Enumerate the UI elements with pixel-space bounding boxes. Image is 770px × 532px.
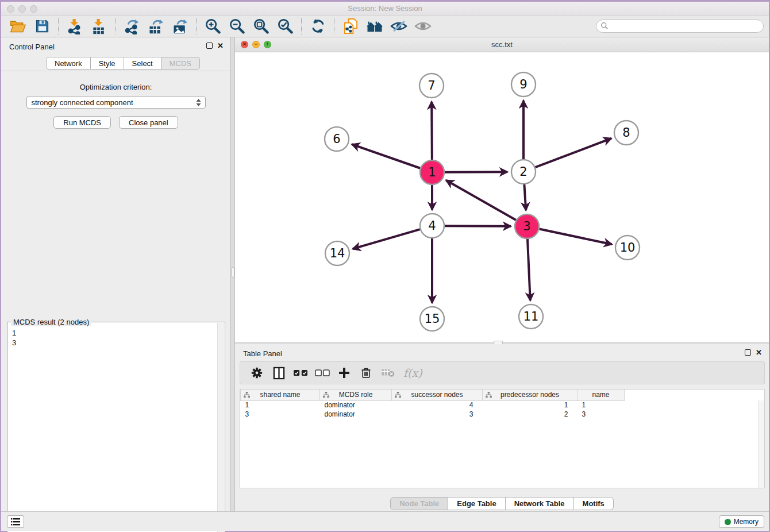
graph-node-11[interactable]: 11 bbox=[519, 304, 543, 329]
tab-edge-table[interactable]: Edge Table bbox=[448, 497, 505, 510]
graph-edge-4-3[interactable] bbox=[445, 226, 511, 226]
float-panel-icon[interactable] bbox=[745, 349, 751, 356]
table-panel-header: Table Panel ✕ bbox=[235, 344, 769, 363]
tab-node-table[interactable]: Node Table bbox=[390, 497, 448, 510]
graph-edge-3-1[interactable] bbox=[446, 180, 516, 220]
tab-network[interactable]: Network bbox=[46, 57, 91, 70]
mcds-panel: Optimization criterion: strongly connect… bbox=[1, 71, 230, 513]
close-panel-icon[interactable]: ✕ bbox=[217, 43, 224, 49]
open-session-icon[interactable] bbox=[9, 18, 26, 35]
zoom-fit-icon[interactable] bbox=[252, 18, 270, 35]
criterion-select[interactable]: strongly connected component bbox=[26, 96, 206, 109]
graph-node-4[interactable]: 4 bbox=[420, 214, 444, 238]
table-row[interactable]: 1dominator411 bbox=[241, 400, 625, 410]
result-scrollbar[interactable] bbox=[217, 323, 224, 532]
delete-table-icon[interactable] bbox=[379, 364, 396, 381]
mcds-result-text[interactable]: 13 bbox=[7, 325, 217, 532]
home-layout-icon[interactable] bbox=[366, 18, 383, 35]
save-session-icon[interactable] bbox=[33, 18, 51, 35]
tab-mcds[interactable]: MCDS bbox=[161, 57, 200, 70]
graph-node-7[interactable]: 7 bbox=[419, 74, 444, 98]
graph-node-6[interactable]: 6 bbox=[325, 127, 349, 151]
close-panel-icon[interactable]: ✕ bbox=[756, 349, 762, 356]
svg-text:9: 9 bbox=[519, 78, 527, 91]
zoom-out-icon[interactable] bbox=[228, 18, 245, 35]
tab-network-table[interactable]: Network Table bbox=[506, 497, 574, 510]
column-header-predecessor-nodes[interactable]: predecessor nodes bbox=[483, 390, 578, 400]
main-toolbar bbox=[1, 16, 769, 37]
add-column-icon[interactable] bbox=[336, 364, 353, 381]
import-table-icon[interactable] bbox=[90, 18, 107, 35]
graph-edge-1-6[interactable] bbox=[352, 144, 420, 168]
table-tabs: Node TableEdge TableNetwork TableMotifs bbox=[235, 497, 769, 510]
graph-edge-3-11[interactable] bbox=[528, 239, 530, 300]
graph-node-8[interactable]: 8 bbox=[614, 121, 638, 145]
memory-button[interactable]: Memory bbox=[719, 515, 764, 528]
svg-text:11: 11 bbox=[523, 310, 539, 323]
table-cell[interactable]: dominator bbox=[320, 410, 392, 419]
table-cell[interactable]: 3 bbox=[392, 410, 483, 419]
control-panel: Control Panel ✕ NetworkStyleSelectMCDS O… bbox=[1, 37, 231, 513]
graph-edge-2-3[interactable] bbox=[524, 184, 526, 210]
graph-edge-4-14[interactable] bbox=[353, 229, 420, 249]
graph-node-15[interactable]: 15 bbox=[420, 307, 444, 331]
import-network-icon[interactable] bbox=[66, 18, 83, 35]
table-panel-title: Table Panel bbox=[243, 349, 282, 358]
delete-column-icon[interactable] bbox=[357, 364, 375, 381]
search-input[interactable] bbox=[596, 20, 764, 33]
network-canvas[interactable]: 7968124314101511 bbox=[235, 52, 769, 342]
table-cell[interactable]: 1 bbox=[241, 400, 320, 410]
column-header-name[interactable]: name bbox=[578, 390, 625, 400]
graph-edge-1-2[interactable] bbox=[445, 172, 507, 172]
table-row[interactable]: 3dominator323 bbox=[241, 410, 625, 419]
tab-motifs[interactable]: Motifs bbox=[574, 497, 614, 510]
column-header-shared-name[interactable]: shared name bbox=[241, 390, 320, 400]
unselect-all-columns-icon[interactable] bbox=[314, 364, 331, 381]
float-panel-icon[interactable] bbox=[206, 43, 213, 49]
export-image-icon[interactable] bbox=[171, 18, 188, 35]
tab-style[interactable]: Style bbox=[91, 57, 124, 70]
copy-network-icon[interactable] bbox=[342, 18, 359, 35]
vertical-splitter[interactable] bbox=[231, 37, 235, 513]
close-panel-button[interactable]: Close panel bbox=[119, 116, 178, 129]
export-network-icon[interactable] bbox=[123, 18, 140, 35]
table-scrollbar[interactable] bbox=[758, 400, 764, 488]
table-cell[interactable]: 3 bbox=[578, 410, 625, 419]
zoom-selected-icon[interactable] bbox=[276, 18, 294, 35]
column-header-MCDS-role[interactable]: MCDS role bbox=[320, 390, 392, 400]
graph-node-2[interactable]: 2 bbox=[511, 160, 536, 184]
graph-edge-3-10[interactable] bbox=[540, 229, 612, 245]
table-cell[interactable]: 4 bbox=[392, 400, 483, 410]
refresh-view-icon[interactable] bbox=[309, 18, 326, 35]
run-mcds-button[interactable]: Run MCDS bbox=[53, 116, 111, 129]
show-column-icon[interactable] bbox=[270, 364, 287, 381]
graph-node-3[interactable]: 3 bbox=[515, 214, 539, 238]
select-all-columns-icon[interactable] bbox=[292, 364, 309, 381]
hide-selected-icon[interactable] bbox=[390, 18, 407, 35]
table-options-gear-icon[interactable] bbox=[248, 364, 265, 381]
graph-node-1[interactable]: 1 bbox=[420, 160, 444, 184]
splitter-grip[interactable] bbox=[232, 267, 234, 277]
select-chevrons-icon bbox=[195, 98, 202, 109]
export-table-icon[interactable] bbox=[147, 18, 164, 35]
graph-node-9[interactable]: 9 bbox=[511, 72, 536, 97]
table-cell[interactable]: dominator bbox=[320, 400, 392, 410]
graph-edge-2-8[interactable] bbox=[536, 138, 611, 167]
table-cell[interactable]: 3 bbox=[241, 410, 320, 419]
network-view-window: ✕ − + scc.txt 7968124314101511 bbox=[235, 37, 769, 342]
titlebar: Session: New Session bbox=[1, 2, 769, 16]
show-all-icon[interactable] bbox=[414, 18, 432, 35]
graph-edge-1-7[interactable] bbox=[432, 102, 432, 160]
table-cell[interactable]: 2 bbox=[483, 410, 578, 419]
table-cell[interactable]: 1 bbox=[578, 400, 625, 410]
graph-node-14[interactable]: 14 bbox=[325, 241, 349, 265]
zoom-in-icon[interactable] bbox=[204, 18, 221, 35]
function-builder-icon[interactable]: f(x) bbox=[403, 367, 422, 379]
svg-text:2: 2 bbox=[519, 165, 527, 179]
task-history-button[interactable] bbox=[7, 515, 24, 528]
tab-select[interactable]: Select bbox=[124, 57, 161, 70]
table-cell[interactable]: 1 bbox=[483, 400, 578, 410]
graph-node-10[interactable]: 10 bbox=[615, 236, 640, 260]
column-header-successor-nodes[interactable]: successor nodes bbox=[392, 390, 483, 400]
control-panel-header: Control Panel ✕ bbox=[1, 37, 230, 56]
